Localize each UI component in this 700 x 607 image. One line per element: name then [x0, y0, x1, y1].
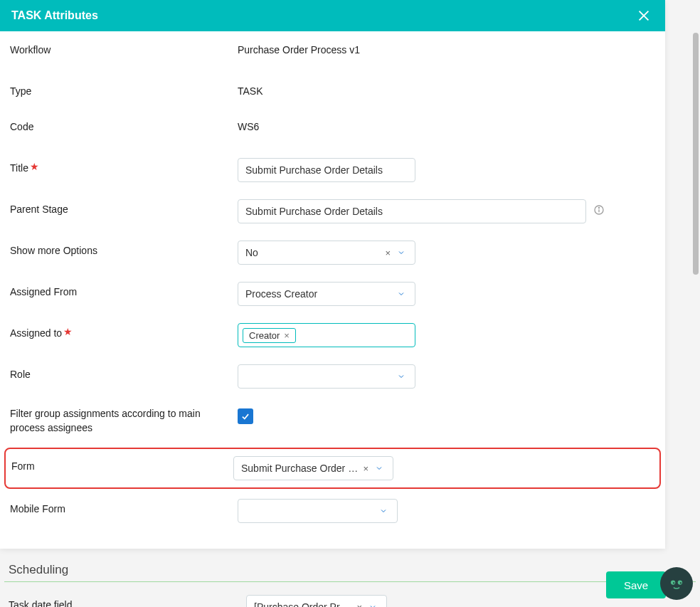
task-date-select[interactable]: [Purchase Order Proce... × — [246, 595, 387, 607]
mobile-form-select[interactable] — [238, 499, 398, 523]
mobile-form-label: Mobile Form — [10, 499, 238, 514]
robot-face-icon — [667, 574, 686, 593]
info-icon[interactable] — [593, 204, 605, 218]
form-row-highlight: Form Submit Purchase Order Det... × — [4, 448, 661, 489]
svg-point-7 — [673, 582, 674, 584]
svg-point-5 — [671, 580, 675, 584]
svg-point-8 — [680, 582, 682, 584]
scheduling-header: Scheduling — [4, 553, 696, 582]
clear-icon[interactable]: × — [381, 248, 395, 258]
show-more-select[interactable]: No × — [238, 241, 415, 265]
title-label: Title★ — [10, 158, 238, 174]
close-icon — [636, 8, 652, 23]
form-label: Form — [11, 456, 233, 472]
check-icon — [240, 411, 250, 421]
workflow-label: Workflow — [10, 40, 238, 56]
svg-point-6 — [678, 580, 682, 584]
chevron-down-icon — [373, 462, 386, 475]
clear-icon[interactable]: × — [359, 463, 373, 474]
task-date-label: Task date field — [4, 595, 246, 607]
required-star-icon: ★ — [30, 161, 39, 172]
type-label: Type — [10, 81, 238, 97]
modal-title: TASK Attributes — [11, 9, 98, 22]
form-select[interactable]: Submit Purchase Order Det... × — [233, 456, 393, 480]
role-select[interactable] — [238, 364, 415, 389]
scrollbar[interactable] — [693, 33, 699, 275]
code-label: Code — [10, 117, 238, 132]
filter-group-label: Filter group assignments according to ma… — [10, 406, 238, 435]
modal-header: TASK Attributes — [0, 0, 665, 31]
required-star-icon: ★ — [63, 326, 73, 337]
workflow-value: Purchase Order Process v1 — [238, 40, 360, 56]
assigned-to-chip[interactable]: Creator × — [243, 328, 296, 343]
chevron-down-icon — [395, 370, 408, 383]
svg-point-4 — [598, 207, 599, 208]
save-button[interactable]: Save — [606, 571, 666, 598]
chevron-down-icon — [395, 246, 408, 259]
type-value: TASK — [238, 81, 263, 97]
chip-clear-icon[interactable]: × — [284, 330, 290, 341]
show-more-label: Show more Options — [10, 241, 238, 256]
title-input[interactable]: Submit Purchase Order Details — [238, 158, 415, 182]
assigned-to-input[interactable]: Creator × — [238, 323, 415, 347]
chevron-down-icon — [395, 287, 408, 300]
assigned-from-select[interactable]: Process Creator — [238, 282, 415, 306]
close-button[interactable] — [634, 6, 654, 26]
parent-stage-label: Parent Stage — [10, 199, 238, 215]
assigned-to-label: Assigned to★ — [10, 323, 238, 339]
chevron-down-icon — [366, 601, 379, 607]
assigned-from-label: Assigned From — [10, 282, 238, 297]
filter-group-checkbox[interactable] — [238, 408, 253, 424]
clear-icon[interactable]: × — [352, 602, 366, 607]
chat-avatar[interactable] — [660, 567, 693, 600]
parent-stage-input[interactable]: Submit Purchase Order Details — [238, 199, 586, 223]
code-value: WS6 — [238, 117, 259, 132]
chevron-down-icon — [377, 505, 390, 517]
role-label: Role — [10, 364, 238, 380]
